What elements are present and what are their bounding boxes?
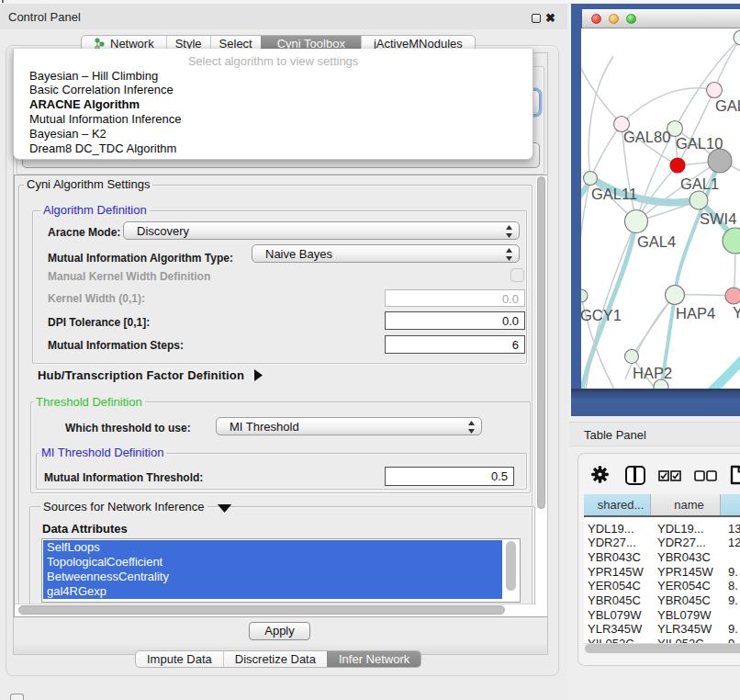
tab-discretize-data[interactable]: Discretize Data <box>223 651 327 667</box>
table-cell[interactable]: YBR043C <box>588 550 641 564</box>
table-cell[interactable]: 9. <box>728 637 738 643</box>
table-cell[interactable]: 12 <box>728 536 740 549</box>
expand-down-icon[interactable] <box>217 503 232 514</box>
column-header-numeric[interactable]: A <box>721 494 740 515</box>
node-label-HAP4: HAP4 <box>676 305 715 322</box>
mi-algorithm-type-combobox[interactable]: Naive Bayes <box>252 244 520 263</box>
network-node-top-partial[interactable] <box>734 30 740 45</box>
network-window-titlebar[interactable] <box>582 9 740 28</box>
table-panel-title: Table Panel <box>584 428 646 442</box>
sources-group-title: Sources for Network Inference <box>40 500 207 514</box>
attribute-item[interactable]: TopologicalCoefficient <box>43 555 502 570</box>
table-cell[interactable]: YBL079W <box>657 608 712 622</box>
expand-right-icon[interactable] <box>253 368 263 382</box>
which-threshold-combobox[interactable]: MI Threshold <box>216 417 482 435</box>
network-node-GAL1-node[interactable] <box>670 158 685 173</box>
table-cell[interactable]: YLR345W <box>657 622 712 636</box>
network-canvas[interactable]: GAL2GAL80GAL10GAL1GAL11SWI4GAL4GCY1HAP4Y… <box>581 28 740 389</box>
node-label-YB: YB <box>733 304 740 321</box>
dropdown-item[interactable]: Bayesian – Hill Climbing <box>29 69 158 83</box>
table-cell[interactable]: 9. <box>728 593 738 607</box>
table-cell[interactable]: YBR043C <box>657 550 711 564</box>
table-cell[interactable]: YPR145W <box>657 565 713 579</box>
network-node-HAP2-node[interactable] <box>625 350 639 364</box>
dropdown-item[interactable]: ARACNE Algorithm <box>29 97 140 111</box>
network-node-gray-node[interactable] <box>708 149 732 173</box>
node-label-GAL4: GAL4 <box>637 233 676 250</box>
table-cell[interactable]: YDR27... <box>657 536 706 549</box>
network-node-SWI4-node[interactable] <box>690 191 708 209</box>
float-window-icon[interactable] <box>532 14 541 23</box>
node-label-GAL80: GAL80 <box>623 129 670 145</box>
network-node-HAP4-node[interactable] <box>666 286 685 305</box>
node-label-SWI4: SWI4 <box>700 210 736 227</box>
table-cell[interactable]: 8. <box>728 579 738 593</box>
network-node-GCY1-node[interactable] <box>581 289 588 302</box>
dropdown-item[interactable]: Basic Correlation Inference <box>29 83 174 96</box>
new-document-icon[interactable] <box>730 465 740 485</box>
column-header-shared[interactable]: shared... <box>584 494 651 515</box>
table-cell[interactable]: YDL19... <box>657 522 704 536</box>
minimize-traffic-light[interactable] <box>609 14 619 24</box>
settings-hscrollbar-thumb[interactable] <box>18 605 505 615</box>
table-panel-titlebar[interactable]: Table Panel <box>569 422 740 446</box>
mi-steps-label: Mutual Information Steps: <box>48 339 184 352</box>
mi-steps-field[interactable]: 6 <box>385 335 525 354</box>
select-none-unchecked-icon[interactable] <box>694 470 717 481</box>
attributes-scrollbar-thumb[interactable] <box>506 541 516 591</box>
network-edge <box>678 90 714 165</box>
aracne-mode-combobox[interactable]: Discovery <box>123 221 520 240</box>
tab-infer-network[interactable]: Infer Network <box>327 651 420 667</box>
tab-impute-data[interactable]: Impute Data <box>136 651 223 667</box>
node-label-GCY1: GCY1 <box>581 307 622 323</box>
table-cell[interactable]: YPR145W <box>588 565 644 579</box>
table-cell[interactable]: YBL079W <box>588 608 642 622</box>
table-hscrollbar-thumb[interactable] <box>585 644 740 653</box>
network-edge-highlighted <box>704 354 740 389</box>
attribute-item[interactable]: gal4RGexp <box>43 584 502 599</box>
dpi-tolerance-field[interactable]: 0.0 <box>385 311 525 330</box>
table-cell[interactable]: YBR045C <box>588 593 641 607</box>
network-node-salmon-node[interactable] <box>725 288 740 304</box>
select-all-checked-icon[interactable] <box>658 470 681 481</box>
column-header-name[interactable]: name <box>651 494 721 515</box>
dropdown-item[interactable]: Dream8 DC_TDC Algorithm <box>29 141 176 155</box>
mi-threshold-field[interactable]: 0.5 <box>385 467 514 486</box>
table-cell[interactable]: 9. <box>728 565 738 579</box>
network-node-GAL4-node[interactable] <box>625 210 648 233</box>
network-node-GAL2-node[interactable] <box>707 83 723 98</box>
table-cell[interactable]: YIL052C <box>657 637 704 643</box>
settings-vscrollbar-thumb[interactable] <box>537 176 545 509</box>
network-node-GAL11-node[interactable] <box>584 172 598 186</box>
dpi-tolerance-label: DPI Tolerance [0,1]: <box>48 316 150 329</box>
table-cell[interactable]: YBR045C <box>657 593 711 607</box>
settings-gear-icon[interactable] <box>591 466 609 483</box>
table-cell[interactable]: YIL052C <box>588 637 634 643</box>
zoom-traffic-light[interactable] <box>626 14 636 24</box>
dropdown-item[interactable]: Bayesian – K2 <box>29 127 107 141</box>
table-cell[interactable]: YER054C <box>657 579 711 593</box>
aracne-mode-label: Aracne Mode: <box>48 226 120 239</box>
attribute-item[interactable]: BetweennessCentrality <box>43 570 502 584</box>
close-traffic-light[interactable] <box>591 14 601 24</box>
table-cell[interactable]: 9. <box>728 622 738 636</box>
attribute-item[interactable]: SelfLoops <box>43 540 502 555</box>
table-cell[interactable]: YLR345W <box>588 622 642 636</box>
control-panel-titlebar[interactable]: Control Panel ✖ <box>0 5 567 29</box>
table-cell[interactable]: YDR27... <box>588 536 636 549</box>
table-cell[interactable]: 13 <box>728 522 740 536</box>
kernel-width-field[interactable]: 0.0 <box>385 289 525 307</box>
data-attributes-list[interactable]: SelfLoopsTopologicalCoefficientBetweenne… <box>41 538 521 603</box>
manual-kernel-width-checkbox[interactable] <box>510 268 524 282</box>
hub-definition-label[interactable]: Hub/Transcription Factor Definition <box>38 368 244 382</box>
apply-button[interactable]: Apply <box>249 622 310 640</box>
split-columns-icon[interactable] <box>625 466 645 485</box>
close-icon[interactable]: ✖ <box>545 12 555 24</box>
dropdown-item[interactable]: Mutual Information Inference <box>29 112 181 126</box>
table-cell[interactable]: YER054C <box>588 579 641 593</box>
table-cell[interactable]: YDL19... <box>588 522 634 536</box>
cyni-bottom-tabs: Impute DataDiscretize DataInfer Network <box>135 650 421 668</box>
network-edge <box>675 38 740 129</box>
node-label-GAL10: GAL10 <box>676 135 723 152</box>
manual-kernel-width-label: Manual Kernel Width Definition <box>48 270 210 283</box>
